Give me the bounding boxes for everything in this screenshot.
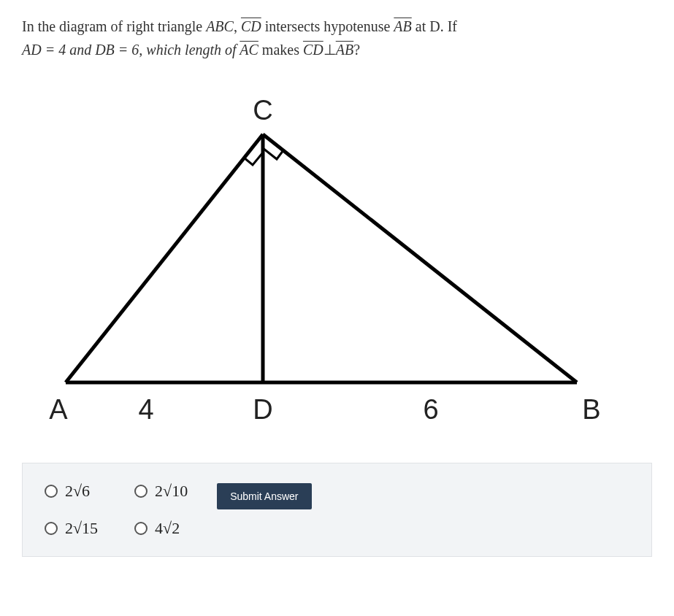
option-3-label: 2√15 <box>65 519 98 538</box>
segment-ab-2: AB <box>336 42 353 58</box>
seg-ab-text: AB <box>394 18 411 34</box>
label-b: B <box>582 394 600 425</box>
segment-ab: AB <box>394 18 411 34</box>
option-4-label: 4√2 <box>155 519 180 538</box>
radio-icon <box>134 485 148 498</box>
q-text-part: , <box>234 18 241 34</box>
label-c: C <box>253 95 272 126</box>
line-cb <box>263 134 577 382</box>
radio-icon <box>45 485 58 498</box>
line-ac <box>66 134 263 382</box>
seg-cd-text: CD <box>241 18 261 34</box>
q-text-part: makes <box>259 42 303 58</box>
q-text-part: AD = 4 and DB = 6, which length of <box>22 42 240 58</box>
seg-cd2-text: CD <box>303 42 323 58</box>
triangle-name: ABC <box>206 18 234 34</box>
perp-symbol: ⊥ <box>323 42 336 58</box>
radio-icon <box>45 522 58 535</box>
label-a: A <box>49 394 68 425</box>
segment-cd-2: CD <box>303 42 323 58</box>
seg-ac-text: AC <box>240 42 259 58</box>
q-text-part: In the diagram of right triangle <box>22 18 206 34</box>
option-1-label: 2√6 <box>65 482 90 501</box>
option-2[interactable]: 2√10 <box>134 482 188 501</box>
answer-panel: 2√6 2√10 2√15 4√2 Submit Answer <box>22 463 652 557</box>
option-2-label: 2√10 <box>155 482 188 501</box>
label-d: D <box>253 394 272 425</box>
option-4[interactable]: 4√2 <box>134 519 188 538</box>
triangle-diagram: C A D B 4 6 <box>22 91 621 434</box>
q-text-part: ? <box>353 42 360 58</box>
options-grid: 2√6 2√10 2√15 4√2 <box>45 482 188 538</box>
segment-cd: CD <box>241 18 261 34</box>
diagram-container: C A D B 4 6 <box>22 83 652 441</box>
q-text-part: at D. If <box>412 18 457 34</box>
segment-ac: AC <box>240 42 259 58</box>
question-text: In the diagram of right triangle ABC, CD… <box>22 15 652 61</box>
label-db-value: 6 <box>423 394 438 425</box>
q-text-part: intersects hypotenuse <box>261 18 394 34</box>
option-3[interactable]: 2√15 <box>45 519 98 538</box>
submit-button[interactable]: Submit Answer <box>217 483 311 509</box>
radio-icon <box>134 522 148 535</box>
seg-ab2-text: AB <box>336 42 353 58</box>
label-ad-value: 4 <box>138 394 153 425</box>
question-card: In the diagram of right triangle ABC, CD… <box>0 0 674 557</box>
option-1[interactable]: 2√6 <box>45 482 98 501</box>
